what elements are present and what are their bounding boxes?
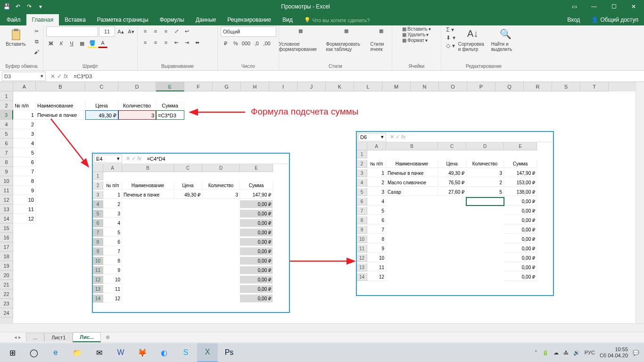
row-header-11[interactable]: 11: [0, 186, 13, 195]
format-cells-button[interactable]: ▦ Формат ▾: [402, 38, 428, 43]
tell-me-input[interactable]: 💡Что вы хотите сделать?: [298, 15, 376, 25]
cell-D2[interactable]: Количество: [118, 101, 156, 110]
fill-icon[interactable]: ⬇ ▾: [446, 34, 455, 41]
col-header-F[interactable]: F: [184, 82, 213, 91]
align-bottom-icon[interactable]: ≡: [161, 26, 171, 36]
chevron-down-icon[interactable]: ▾: [41, 73, 43, 79]
col-header-H[interactable]: H: [241, 82, 269, 91]
row-header-6[interactable]: 6: [0, 139, 13, 148]
tab-formulas[interactable]: Формулы: [154, 14, 190, 25]
row-header-9[interactable]: 9: [0, 167, 13, 176]
qat-customize-icon[interactable]: ▾: [35, 1, 46, 12]
borders-icon[interactable]: ▦: [77, 39, 87, 48]
copy-icon[interactable]: ⧉: [32, 37, 41, 46]
tray-battery-icon[interactable]: 🔋: [542, 350, 549, 356]
fill-color-icon[interactable]: 🪣: [88, 39, 97, 48]
excel-taskbar-icon[interactable]: X: [197, 343, 218, 362]
row-header-13[interactable]: 13: [0, 205, 13, 214]
row-header-21[interactable]: 21: [0, 280, 13, 289]
row-header-14[interactable]: 14: [0, 214, 13, 223]
shrink-font-icon[interactable]: A▾: [126, 27, 136, 36]
comma-icon[interactable]: 000: [241, 39, 251, 48]
cell-A2[interactable]: № п/п: [13, 101, 36, 110]
cell-A9[interactable]: 7: [13, 167, 36, 176]
inc-decimal-icon[interactable]: ,0: [252, 39, 261, 48]
cell-A13[interactable]: 11: [13, 205, 36, 214]
cell-A6[interactable]: 4: [13, 139, 36, 148]
save-icon[interactable]: 💾: [1, 1, 12, 12]
tray-notifications-icon[interactable]: 💬: [633, 350, 639, 356]
bold-button[interactable]: Ж: [46, 39, 56, 48]
insert-cells-button[interactable]: ▦ Вставить ▾: [402, 26, 430, 32]
merge-center-icon[interactable]: ⬌: [192, 38, 202, 47]
paste-button[interactable]: Вставить: [2, 26, 30, 49]
align-top-icon[interactable]: ≡: [140, 26, 150, 36]
firefox-icon[interactable]: 🦊: [132, 343, 153, 362]
sheet-nav-icon[interactable]: ◂ ▸: [9, 334, 26, 340]
edge-icon[interactable]: e: [45, 343, 66, 362]
tray-language[interactable]: РУС: [585, 350, 595, 355]
ribbon-options-icon[interactable]: ▭: [565, 1, 584, 12]
tray-clock[interactable]: 10:55 Сб 04.04.20: [600, 346, 628, 359]
indent-dec-icon[interactable]: ⇤: [172, 38, 181, 47]
font-size-select[interactable]: 11: [99, 26, 115, 37]
row-header-7[interactable]: 7: [0, 148, 13, 157]
currency-icon[interactable]: ₽: [221, 39, 230, 48]
worksheet-grid[interactable]: ABCDEFGHIJKLMNOPQRST 1234567891011121314…: [0, 82, 644, 323]
font-color-icon[interactable]: A: [98, 39, 107, 48]
cell-styles-button[interactable]: ▦Стили ячеек: [370, 26, 393, 54]
maximize-icon[interactable]: ☐: [604, 1, 623, 12]
browser-icon[interactable]: ◐: [154, 343, 174, 362]
font-family-select[interactable]: [46, 26, 98, 37]
cell-A12[interactable]: 10: [13, 195, 36, 205]
tab-file[interactable]: Файл: [1, 14, 26, 25]
grow-font-icon[interactable]: A▴: [116, 27, 125, 36]
align-left-icon[interactable]: ≡: [140, 38, 150, 47]
cut-icon[interactable]: ✂: [32, 26, 41, 36]
cell-C3[interactable]: 49,30 ₽: [85, 110, 118, 120]
wrap-text-icon[interactable]: ↩: [182, 26, 191, 36]
cell-A14[interactable]: 12: [13, 214, 36, 223]
close-icon[interactable]: ✕: [624, 1, 643, 12]
mail-icon[interactable]: ✉: [89, 343, 109, 362]
row-header-5[interactable]: 5: [0, 129, 13, 139]
col-header-P[interactable]: P: [467, 82, 495, 91]
col-header-M[interactable]: M: [382, 82, 411, 91]
row-header-22[interactable]: 22: [0, 289, 13, 299]
cell-C2[interactable]: Цена: [85, 101, 118, 110]
clear-icon[interactable]: ◇ ▾: [446, 42, 455, 49]
cell-E2[interactable]: Сумма: [156, 101, 184, 110]
name-box[interactable]: D3▾: [2, 72, 46, 81]
tray-volume-icon[interactable]: 🔊: [573, 350, 580, 356]
tab-insert[interactable]: Вставка: [59, 14, 91, 25]
dec-decimal-icon[interactable]: ,00: [262, 39, 272, 48]
col-header-B[interactable]: B: [36, 82, 85, 91]
align-right-icon[interactable]: ≡: [161, 38, 171, 47]
align-center-icon[interactable]: ≡: [151, 38, 160, 47]
sheet-tab-active[interactable]: Лис...: [73, 332, 101, 342]
undo-icon[interactable]: ↶: [12, 1, 24, 12]
start-icon[interactable]: ⊞: [2, 343, 23, 362]
row-header-19[interactable]: 19: [0, 261, 13, 271]
delete-cells-button[interactable]: ▦ Удалить ▾: [402, 32, 429, 37]
cell-A4[interactable]: 2: [13, 120, 36, 129]
photoshop-icon[interactable]: Ps: [219, 343, 239, 362]
cell-A8[interactable]: 6: [13, 157, 36, 167]
sheet-tab-1[interactable]: Лист1: [44, 333, 73, 342]
tab-review[interactable]: Рецензирование: [222, 14, 277, 25]
new-sheet-icon[interactable]: ⊕: [101, 334, 115, 340]
row-header-20[interactable]: 20: [0, 271, 13, 280]
format-table-button[interactable]: ▦Форматировать как таблицу: [325, 26, 368, 54]
cell-B3[interactable]: Печенье в пачке: [36, 110, 85, 120]
col-header-T[interactable]: T: [580, 82, 609, 91]
row-header-18[interactable]: 18: [0, 252, 13, 261]
cell-A3[interactable]: 1: [13, 110, 36, 120]
col-header-L[interactable]: L: [354, 82, 382, 91]
skype-icon[interactable]: S: [175, 343, 196, 362]
tray-chevron-icon[interactable]: ˄: [535, 350, 537, 356]
underline-button[interactable]: Ч: [67, 39, 76, 48]
autosum-icon[interactable]: Σ ▾: [446, 26, 455, 33]
tab-data[interactable]: Данные: [190, 14, 222, 25]
col-header-J[interactable]: J: [297, 82, 326, 91]
number-format-select[interactable]: Общий: [221, 26, 276, 37]
